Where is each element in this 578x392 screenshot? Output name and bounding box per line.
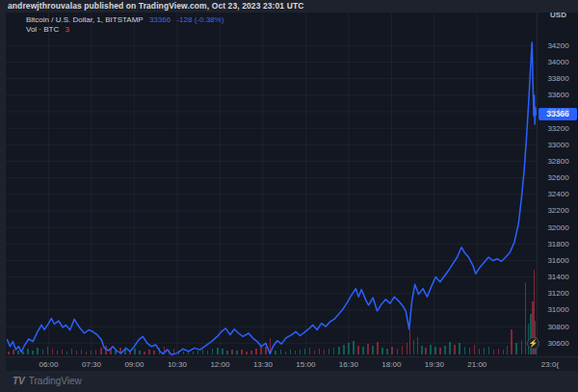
price-tick-label: 32600	[538, 173, 578, 182]
volume-indicator-label[interactable]: Vol · BTC	[26, 25, 59, 34]
volume-bar	[413, 340, 415, 354]
volume-bar	[212, 349, 214, 354]
volume-bar	[439, 348, 441, 354]
volume-bar	[362, 347, 364, 354]
volume-bar	[222, 349, 223, 354]
volume-bar	[148, 350, 150, 354]
volume-bar	[503, 350, 505, 354]
price-tick-label: 33600	[538, 91, 578, 99]
volume-bar	[290, 350, 292, 354]
price-tick-label: 31400	[538, 273, 578, 281]
volume-bar	[197, 351, 199, 354]
tradingview-brand[interactable]: TV TradingView	[13, 375, 82, 387]
volume-bar	[47, 347, 49, 354]
price-tick-label: 34000	[538, 58, 578, 66]
chart-legend[interactable]: Bitcoin / U.S. Dollar, 1, BITSTAMP 33366…	[26, 15, 223, 35]
volume-bar	[464, 347, 466, 354]
volume-bar	[250, 351, 252, 354]
volume-bar	[81, 350, 83, 354]
volume-bar	[348, 343, 350, 354]
price-polyline	[8, 42, 537, 354]
price-tick-label: 32800	[538, 157, 578, 166]
volume-bar	[105, 346, 107, 354]
volume-bar	[367, 344, 369, 354]
tradingview-snapshot: andrewjthrouvalas published on TradingVi…	[0, 0, 578, 392]
symbol-title[interactable]: Bitcoin / U.S. Dollar, 1, BITSTAMP	[26, 15, 144, 24]
volume-bar	[295, 351, 297, 354]
price-tick-label: 34200	[538, 41, 578, 50]
price-tick-label: 33200	[538, 124, 578, 133]
volume-bar	[449, 342, 451, 354]
volume-bar	[207, 351, 209, 354]
volume-bar	[515, 343, 517, 354]
price-tick-label: 31600	[538, 256, 578, 265]
attribution-banner: andrewjthrouvalas published on TradingVi…	[0, 0, 578, 13]
volume-bar	[153, 351, 155, 354]
volume-bar	[421, 346, 423, 354]
time-tick-label: 23:0(	[541, 360, 559, 369]
volume-bar	[226, 351, 228, 354]
volume-bar	[42, 350, 44, 354]
volume-bar	[231, 350, 233, 354]
volume-bar	[202, 350, 204, 354]
volume-bar	[521, 340, 523, 354]
volume-bar	[488, 347, 490, 354]
volume-bar	[300, 350, 302, 354]
volume-bar	[285, 352, 287, 354]
volume-bar	[386, 349, 388, 354]
volume-bar	[474, 345, 476, 354]
volume-bar	[217, 348, 219, 354]
legend-volume-row[interactable]: Vol · BTC 3	[26, 25, 223, 35]
price-tick-label: 32000	[538, 223, 578, 232]
volume-bar	[407, 343, 408, 354]
volume-bar	[183, 352, 185, 354]
chart-panel[interactable]: Bitcoin / U.S. Dollar, 1, BITSTAMP 33366…	[6, 13, 578, 371]
legend-change: -128 (-0.38%)	[176, 15, 223, 24]
price-tick-label: 31000	[538, 305, 578, 314]
time-tick-label: 15:00	[296, 360, 315, 369]
volume-bar	[236, 351, 238, 354]
price-axis-currency: USD	[538, 11, 578, 19]
time-tick-label: 10:30	[168, 360, 187, 369]
price-tick-label: 33400	[538, 107, 578, 116]
price-axis[interactable]: USD 33366 ⚡ 3420034000338003360033400332…	[537, 13, 578, 356]
volume-bar	[454, 345, 456, 354]
volume-bar	[27, 349, 29, 354]
grid-lines	[6, 13, 537, 356]
volume-value: 3	[65, 25, 68, 34]
volume-bar	[95, 350, 97, 354]
volume-bar	[144, 352, 145, 354]
volume-bar	[328, 349, 330, 354]
price-tick-label: 33800	[538, 74, 578, 83]
volume-bar	[32, 351, 34, 354]
volume-bar	[469, 348, 471, 354]
legend-symbol-row[interactable]: Bitcoin / U.S. Dollar, 1, BITSTAMP 33366…	[26, 15, 223, 25]
time-tick-label: 09:00	[124, 360, 144, 369]
volume-bar	[37, 348, 39, 354]
volume-bar	[409, 329, 411, 354]
volume-bar	[309, 348, 311, 354]
volume-bar	[22, 352, 24, 354]
volume-bar	[338, 347, 340, 354]
volume-bar	[357, 346, 359, 354]
price-chart[interactable]	[6, 13, 578, 371]
time-tick-label: 18:00	[381, 360, 401, 369]
volume-bar	[134, 349, 136, 354]
footer-bar: TV TradingView	[0, 371, 578, 392]
time-axis[interactable]: 06:0007:3009:0010:3012:0013:3015:0016:30…	[6, 356, 578, 371]
price-line-series	[8, 42, 537, 354]
volume-bar	[139, 351, 141, 354]
price-tick-label: 30600	[538, 339, 578, 348]
volume-bar	[479, 349, 481, 354]
time-tick-label: 21:00	[467, 360, 486, 369]
volume-bar	[62, 350, 64, 354]
volume-bar	[71, 349, 73, 354]
time-tick-label: 19:30	[425, 360, 444, 369]
volume-bar	[372, 346, 374, 354]
volume-bar	[13, 350, 14, 354]
volume-bar	[52, 349, 54, 354]
volume-bar	[430, 345, 432, 354]
volume-histogram	[8, 270, 537, 354]
time-tick-label: 12:00	[210, 360, 229, 369]
volume-bar	[498, 349, 500, 354]
